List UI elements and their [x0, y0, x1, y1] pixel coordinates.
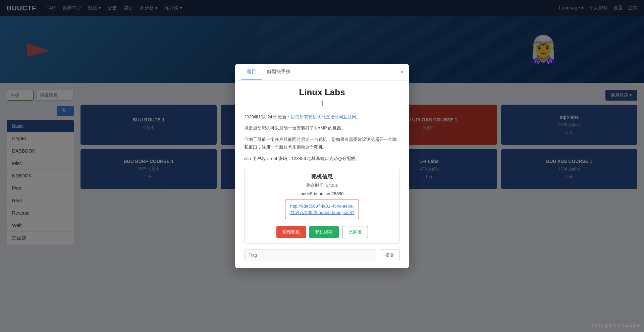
modal-points: 1	[244, 100, 400, 108]
modal-title: Linux Labs	[244, 87, 400, 98]
target-box-node: node5.buuoj.cn:28880	[250, 191, 394, 196]
tab-leaderboard[interactable]: 解题快手榜	[262, 64, 296, 80]
tab-problem[interactable]: 题目	[241, 64, 262, 80]
modal-desc-3: 但由于目前一个账户只能同时启动一台靶机，您如果有需要建议浏览器开一个隐私窗口，注…	[244, 135, 400, 151]
extend-target-button[interactable]: 靶机续期	[309, 226, 339, 238]
modal-overlay[interactable]: 题目 解题快手榜 × Linux Labs 1 2020年10月24日 更新：目…	[0, 0, 644, 332]
target-box-link[interactable]: http://9da55697-fa31-454c-ae6a-21a47c1f3…	[289, 203, 354, 216]
modal-desc-1: 2020年10月24日 更新：目前所有靶机均能直接访问互联网。	[244, 113, 400, 121]
modal-header: 题目 解题快手榜 ×	[235, 64, 409, 80]
modal-desc-4: ssh 用户名：root 密码：123456 地址和端口为动态分配的。	[244, 155, 400, 162]
modal-body: Linux Labs 1 2020年10月24日 更新：目前所有靶机均能直接访问…	[235, 80, 409, 268]
flag-input[interactable]	[244, 249, 376, 261]
target-box-title: 靶机信息	[250, 173, 394, 180]
target-box-buttons: 销毁靶机 靶机续期 已解後	[250, 226, 394, 238]
target-box-time: 剩余时间: 3425s	[250, 182, 394, 188]
modal-highlight: 目前所有靶机均能直接访问互联网。	[291, 114, 361, 119]
flag-submit-button[interactable]: 提交	[380, 249, 400, 261]
target-info-box: 靶机信息 剩余时间: 3425s node5.buuoj.cn:28880 ht…	[244, 168, 400, 244]
modal-desc-2: 点击启动靶机可以启动一台安装好了 LAMP 的机器。	[244, 124, 400, 132]
solved-button[interactable]: 已解後	[342, 226, 368, 238]
watermark: CSDN @香甜可口草莓蛋糕	[592, 323, 641, 329]
destroy-target-button[interactable]: 销毁靶机	[276, 226, 306, 238]
modal-close-button[interactable]: ×	[400, 69, 404, 75]
target-box-link-wrapper: http://9da55697-fa31-454c-ae6a-21a47c1f3…	[285, 200, 359, 219]
flag-area: 提交	[244, 249, 400, 261]
modal-date-update: 2020年10月24日 更新：	[244, 114, 291, 119]
modal: 题目 解题快手榜 × Linux Labs 1 2020年10月24日 更新：目…	[235, 64, 409, 268]
